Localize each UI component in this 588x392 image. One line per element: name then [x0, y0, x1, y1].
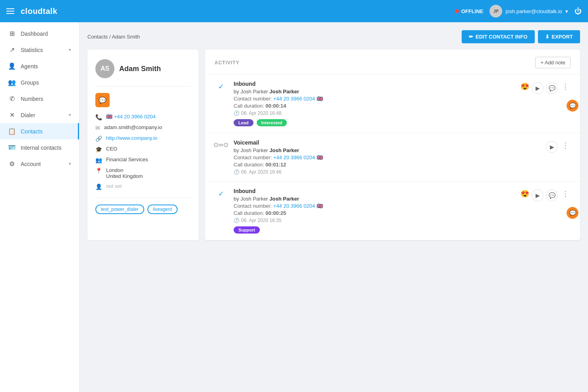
status-badge: OFFLINE [455, 8, 484, 14]
more-options-button[interactable]: ⋮ [560, 82, 571, 91]
contact-tags: test_power_dialer liveagent [95, 198, 191, 214]
sidebar-item-label: Contacts [21, 128, 70, 135]
chat-button[interactable]: 💬 [546, 82, 558, 94]
emoji-reaction-button[interactable]: 😍 [520, 82, 529, 91]
badge-lead: Lead [234, 119, 253, 126]
activity-agent: by Josh Parker Josh Parker [234, 147, 540, 153]
internal-contacts-icon: 🪪 [8, 144, 16, 151]
call-icon-box: 💬 [95, 93, 110, 107]
sidebar-item-internal-contacts[interactable]: 🪪 Internal contacts [0, 139, 79, 156]
contact-owner: 👤 not set [95, 183, 191, 190]
activity-content: Inbound by Josh Parker Josh Parker Conta… [234, 188, 514, 234]
content-area: AS Adam Smith 💬 📞 🇬🇧 +44 20 3966 0204 ✉ [87, 50, 580, 240]
edit-contact-label: EDIT CONTACT INFO [476, 34, 527, 40]
activity-title: ACTIVITY [215, 60, 240, 66]
call-action-button[interactable]: 💬 [567, 207, 578, 219]
contact-location: 📍 London United Kingdom [95, 167, 191, 179]
edit-icon: ✏ [469, 34, 473, 40]
more-options-button[interactable]: ⋮ [560, 189, 571, 198]
contact-card: AS Adam Smith 💬 📞 🇬🇧 +44 20 3966 0204 ✉ [87, 50, 199, 240]
activity-duration: Call duration: 00:00:14 [234, 103, 514, 109]
link-icon: 🔗 [95, 135, 102, 142]
more-options-button[interactable]: ⋮ [560, 141, 571, 150]
activity-content: Inbound by Josh Parker Josh Parker Conta… [234, 81, 514, 126]
contact-title: 🎓 CEO [95, 146, 191, 153]
contact-info-list: 📞 🇬🇧 +44 20 3966 0204 ✉ adam.smith@compa… [95, 114, 191, 190]
title-icon: 🎓 [95, 146, 102, 153]
activity-contact-number: Contact number: +44 20 3966 0204 🇬🇧 [234, 203, 514, 209]
play-button[interactable]: ▶ [532, 82, 544, 94]
owner-value: not set [106, 183, 122, 189]
activity-contact-number: Contact number: +44 20 3966 0204 🇬🇧 [234, 96, 514, 102]
play-button[interactable]: ▶ [546, 141, 558, 153]
sidebar: ⊞ Dashboard ↗ Statistics ▾ 👤 Agents 👥 Gr… [0, 22, 79, 392]
location-icon: 📍 [95, 168, 102, 174]
hamburger-menu[interactable] [6, 8, 14, 14]
owner-icon: 👤 [95, 183, 102, 190]
sidebar-item-label: Agents [21, 63, 71, 70]
avatar: JP [489, 5, 502, 17]
chat-button[interactable]: 💬 [546, 189, 558, 201]
add-note-label: + Add note [540, 60, 565, 66]
activity-actions: 😍 ▶ 💬 ⋮ 💬 [520, 82, 571, 94]
voicemail-symbol: ⊙∞⊙ [213, 141, 228, 149]
sidebar-item-groups[interactable]: 👥 Groups [0, 74, 79, 91]
navbar-right: OFFLINE JP josh.parker@cloudtalk.io ▾ ⏻ [455, 5, 582, 17]
phone-link[interactable]: +44 20 3966 0204 [114, 114, 156, 120]
tag-1: test_power_dialer [95, 205, 144, 214]
chevron-down-icon: ▾ [69, 161, 71, 166]
badge-interested: Interested [257, 119, 287, 126]
call-action-button[interactable]: 💬 [567, 100, 578, 112]
email-value: adam.smith@company.io [104, 124, 162, 130]
sidebar-item-contacts[interactable]: 📋 Contacts [0, 123, 79, 139]
sidebar-item-dashboard[interactable]: ⊞ Dashboard [0, 25, 79, 42]
badge-support: Support [234, 226, 260, 234]
tag-2: liveagent [147, 205, 178, 214]
sidebar-item-label: Internal contacts [21, 145, 71, 151]
account-icon: ⚙ [8, 160, 16, 168]
user-email: josh.parker@cloudtalk.io [505, 8, 562, 14]
activity-badges: Lead Interested [234, 119, 514, 126]
sidebar-item-account[interactable]: ⚙ Account ▾ [0, 156, 79, 172]
status-label: OFFLINE [461, 8, 484, 14]
sidebar-item-label: Statistics [21, 47, 64, 53]
export-button[interactable]: ⬇ EXPORT [538, 30, 580, 43]
app-layout: ⊞ Dashboard ↗ Statistics ▾ 👤 Agents 👥 Gr… [0, 22, 588, 392]
main-content: Contacts / Adam Smith ✏ EDIT CONTACT INF… [79, 22, 588, 392]
sidebar-item-agents[interactable]: 👤 Agents [0, 58, 79, 74]
power-icon[interactable]: ⏻ [574, 7, 582, 15]
activity-actions: 😍 ▶ 💬 ⋮ 💬 [520, 189, 571, 201]
dashboard-icon: ⊞ [8, 30, 16, 37]
contact-avatar: AS [95, 59, 114, 78]
contact-header: AS Adam Smith [95, 59, 191, 78]
sidebar-item-label: Dialer [21, 112, 64, 118]
contacts-icon: 📋 [8, 127, 16, 135]
contact-phone: 📞 🇬🇧 +44 20 3966 0204 [95, 114, 191, 120]
inbound-checkmark: ✓ [218, 82, 224, 91]
sidebar-item-label: Numbers [21, 96, 71, 102]
sidebar-item-statistics[interactable]: ↗ Statistics ▾ [0, 42, 79, 58]
sidebar-item-numbers[interactable]: ✆ Numbers [0, 91, 79, 107]
chevron-down-icon: ▾ [69, 47, 71, 52]
edit-contact-button[interactable]: ✏ EDIT CONTACT INFO [462, 30, 534, 43]
website-link[interactable]: http://www.company.io [106, 135, 157, 141]
play-button[interactable]: ▶ [532, 189, 544, 201]
action-buttons: ✏ EDIT CONTACT INFO ⬇ EXPORT [462, 30, 580, 43]
export-label: EXPORT [552, 34, 573, 40]
brand-logo: cloudtalk [21, 7, 57, 16]
activity-header: ACTIVITY + Add note [205, 50, 580, 74]
user-menu[interactable]: JP josh.parker@cloudtalk.io ▾ [489, 5, 568, 17]
emoji-reaction-button[interactable]: 😍 [520, 189, 529, 198]
chevron-down-icon: ▾ [565, 8, 568, 14]
statistics-icon: ↗ [8, 46, 16, 54]
industry-icon: 👥 [95, 157, 102, 163]
activity-type: Inbound [234, 81, 514, 87]
add-note-button[interactable]: + Add note [535, 57, 571, 68]
activity-item: ⊙∞⊙ Voicemail by Josh Parker Josh Parker… [205, 133, 580, 182]
activity-type: Inbound [234, 188, 514, 194]
activity-time: 🕐 06. Apr 2020 16:46 [234, 169, 540, 175]
inbound-checkmark: ✓ [218, 189, 224, 198]
sidebar-item-dialer[interactable]: ✕ Dialer ▾ [0, 107, 79, 123]
industry-value: Financial Services [106, 156, 148, 162]
top-bar: Contacts / Adam Smith ✏ EDIT CONTACT INF… [87, 30, 580, 43]
